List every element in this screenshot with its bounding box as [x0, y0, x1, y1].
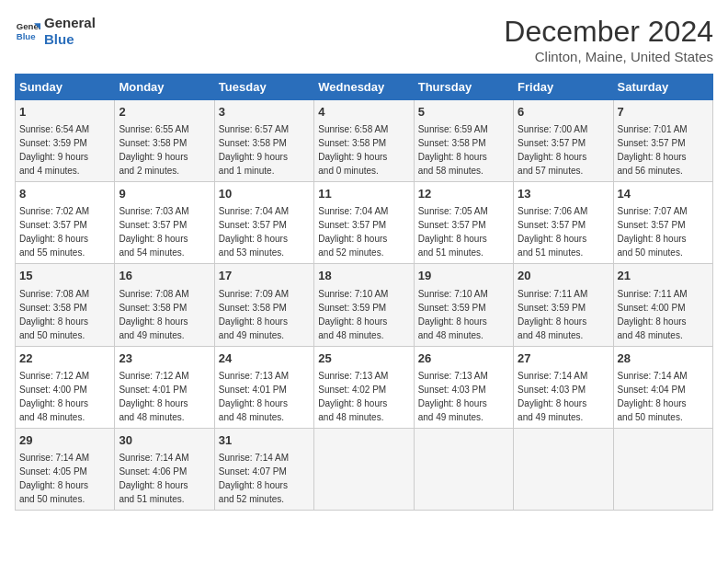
table-row: 20Sunrise: 7:11 AM Sunset: 3:59 PM Dayli… — [514, 264, 613, 346]
day-number: 5 — [418, 104, 509, 121]
day-content: Sunrise: 7:09 AM Sunset: 3:58 PM Dayligh… — [219, 287, 310, 342]
location-title: Clinton, Maine, United States — [504, 49, 713, 64]
header-monday: Monday — [115, 75, 214, 100]
day-number: 27 — [518, 350, 609, 367]
header-tuesday: Tuesday — [214, 75, 313, 100]
day-content: Sunrise: 7:14 AM Sunset: 4:07 PM Dayligh… — [219, 451, 310, 506]
calendar-week-row: 8Sunrise: 7:02 AM Sunset: 3:57 PM Daylig… — [16, 182, 713, 264]
header-thursday: Thursday — [414, 75, 513, 100]
table-row: 19Sunrise: 7:10 AM Sunset: 3:59 PM Dayli… — [414, 264, 513, 346]
day-number: 9 — [119, 186, 210, 202]
table-row: 14Sunrise: 7:07 AM Sunset: 3:57 PM Dayli… — [613, 182, 712, 264]
table-row: 3Sunrise: 6:57 AM Sunset: 3:58 PM Daylig… — [214, 100, 313, 182]
day-content: Sunrise: 7:10 AM Sunset: 3:59 PM Dayligh… — [318, 287, 409, 342]
calendar-week-row: 15Sunrise: 7:08 AM Sunset: 3:58 PM Dayli… — [16, 264, 713, 346]
day-number: 19 — [418, 268, 509, 284]
table-row: 29Sunrise: 7:14 AM Sunset: 4:05 PM Dayli… — [16, 428, 115, 510]
table-row: 25Sunrise: 7:13 AM Sunset: 4:02 PM Dayli… — [314, 346, 414, 428]
table-row: 21Sunrise: 7:11 AM Sunset: 4:00 PM Dayli… — [613, 264, 712, 346]
table-row: 23Sunrise: 7:12 AM Sunset: 4:01 PM Dayli… — [115, 346, 214, 428]
day-number: 13 — [518, 186, 609, 202]
day-content: Sunrise: 6:57 AM Sunset: 3:58 PM Dayligh… — [219, 122, 310, 178]
day-content: Sunrise: 7:04 AM Sunset: 3:57 PM Dayligh… — [318, 204, 409, 259]
table-row: 7Sunrise: 7:01 AM Sunset: 3:57 PM Daylig… — [613, 100, 712, 182]
day-content: Sunrise: 7:11 AM Sunset: 3:59 PM Dayligh… — [518, 287, 609, 342]
table-row: 27Sunrise: 7:14 AM Sunset: 4:03 PM Dayli… — [514, 346, 613, 428]
calendar-week-row: 22Sunrise: 7:12 AM Sunset: 4:00 PM Dayli… — [16, 346, 713, 428]
logo: General Blue General Blue — [15, 15, 96, 48]
day-number: 17 — [219, 268, 310, 284]
day-number: 24 — [219, 350, 310, 367]
day-content: Sunrise: 7:11 AM Sunset: 4:00 PM Dayligh… — [618, 287, 709, 342]
day-number: 29 — [19, 432, 110, 449]
table-row: 12Sunrise: 7:05 AM Sunset: 3:57 PM Dayli… — [414, 182, 513, 264]
day-number: 1 — [19, 104, 110, 121]
day-content: Sunrise: 7:05 AM Sunset: 3:57 PM Dayligh… — [418, 204, 509, 259]
day-content: Sunrise: 7:12 AM Sunset: 4:00 PM Dayligh… — [19, 369, 110, 424]
table-row: 8Sunrise: 7:02 AM Sunset: 3:57 PM Daylig… — [16, 182, 115, 264]
calendar-table: Sunday Monday Tuesday Wednesday Thursday… — [15, 74, 713, 511]
page-header: General Blue General Blue December 2024 … — [15, 15, 713, 64]
day-number: 22 — [19, 350, 110, 367]
day-content: Sunrise: 7:14 AM Sunset: 4:06 PM Dayligh… — [119, 451, 210, 506]
day-number: 7 — [618, 104, 709, 121]
table-row: 26Sunrise: 7:13 AM Sunset: 4:03 PM Dayli… — [414, 346, 513, 428]
day-number: 11 — [318, 186, 409, 202]
day-content: Sunrise: 7:12 AM Sunset: 4:01 PM Dayligh… — [119, 369, 210, 424]
table-row — [314, 428, 414, 510]
day-number: 20 — [518, 268, 609, 284]
table-row: 11Sunrise: 7:04 AM Sunset: 3:57 PM Dayli… — [314, 182, 414, 264]
table-row: 10Sunrise: 7:04 AM Sunset: 3:57 PM Dayli… — [214, 182, 313, 264]
day-number: 8 — [19, 186, 110, 202]
day-content: Sunrise: 7:01 AM Sunset: 3:57 PM Dayligh… — [618, 122, 709, 178]
table-row: 1Sunrise: 6:54 AM Sunset: 3:59 PM Daylig… — [16, 100, 115, 182]
table-row: 24Sunrise: 7:13 AM Sunset: 4:01 PM Dayli… — [214, 346, 313, 428]
day-number: 6 — [518, 104, 609, 121]
day-content: Sunrise: 7:04 AM Sunset: 3:57 PM Dayligh… — [219, 204, 310, 259]
day-number: 28 — [618, 350, 709, 367]
table-row: 31Sunrise: 7:14 AM Sunset: 4:07 PM Dayli… — [214, 428, 313, 510]
day-number: 10 — [219, 186, 310, 202]
day-number: 31 — [219, 432, 310, 449]
day-number: 14 — [618, 186, 709, 202]
day-content: Sunrise: 6:59 AM Sunset: 3:58 PM Dayligh… — [418, 122, 509, 178]
day-content: Sunrise: 7:02 AM Sunset: 3:57 PM Dayligh… — [19, 204, 110, 259]
table-row — [613, 428, 712, 510]
day-content: Sunrise: 7:00 AM Sunset: 3:57 PM Dayligh… — [518, 122, 609, 178]
day-content: Sunrise: 7:13 AM Sunset: 4:03 PM Dayligh… — [418, 369, 509, 424]
table-row: 13Sunrise: 7:06 AM Sunset: 3:57 PM Dayli… — [514, 182, 613, 264]
day-content: Sunrise: 7:06 AM Sunset: 3:57 PM Dayligh… — [518, 204, 609, 259]
day-number: 12 — [418, 186, 509, 202]
table-row: 6Sunrise: 7:00 AM Sunset: 3:57 PM Daylig… — [514, 100, 613, 182]
table-row: 17Sunrise: 7:09 AM Sunset: 3:58 PM Dayli… — [214, 264, 313, 346]
table-row: 28Sunrise: 7:14 AM Sunset: 4:04 PM Dayli… — [613, 346, 712, 428]
title-area: December 2024 Clinton, Maine, United Sta… — [504, 15, 713, 64]
day-content: Sunrise: 7:08 AM Sunset: 3:58 PM Dayligh… — [119, 287, 210, 342]
day-number: 4 — [318, 104, 409, 121]
day-content: Sunrise: 7:14 AM Sunset: 4:05 PM Dayligh… — [19, 451, 110, 506]
table-row: 18Sunrise: 7:10 AM Sunset: 3:59 PM Dayli… — [314, 264, 414, 346]
day-number: 26 — [418, 350, 509, 367]
header-sunday: Sunday — [16, 75, 115, 100]
day-content: Sunrise: 7:13 AM Sunset: 4:02 PM Dayligh… — [318, 369, 409, 424]
calendar-header-row: Sunday Monday Tuesday Wednesday Thursday… — [16, 75, 713, 100]
month-title: December 2024 — [504, 15, 713, 49]
table-row: 4Sunrise: 6:58 AM Sunset: 3:58 PM Daylig… — [314, 100, 414, 182]
day-content: Sunrise: 7:10 AM Sunset: 3:59 PM Dayligh… — [418, 287, 509, 342]
day-content: Sunrise: 7:08 AM Sunset: 3:58 PM Dayligh… — [19, 287, 110, 342]
table-row: 16Sunrise: 7:08 AM Sunset: 3:58 PM Dayli… — [115, 264, 214, 346]
svg-text:Blue: Blue — [17, 31, 36, 41]
day-number: 2 — [119, 104, 210, 121]
header-wednesday: Wednesday — [314, 75, 414, 100]
logo-text-line2: Blue — [44, 31, 96, 48]
logo-icon: General Blue — [15, 18, 40, 44]
day-number: 21 — [618, 268, 709, 284]
table-row: 2Sunrise: 6:55 AM Sunset: 3:58 PM Daylig… — [115, 100, 214, 182]
day-number: 18 — [318, 268, 409, 284]
header-saturday: Saturday — [613, 75, 712, 100]
day-number: 3 — [219, 104, 310, 121]
day-content: Sunrise: 7:14 AM Sunset: 4:04 PM Dayligh… — [618, 369, 709, 424]
day-content: Sunrise: 7:14 AM Sunset: 4:03 PM Dayligh… — [518, 369, 609, 424]
table-row: 15Sunrise: 7:08 AM Sunset: 3:58 PM Dayli… — [16, 264, 115, 346]
table-row: 5Sunrise: 6:59 AM Sunset: 3:58 PM Daylig… — [414, 100, 513, 182]
